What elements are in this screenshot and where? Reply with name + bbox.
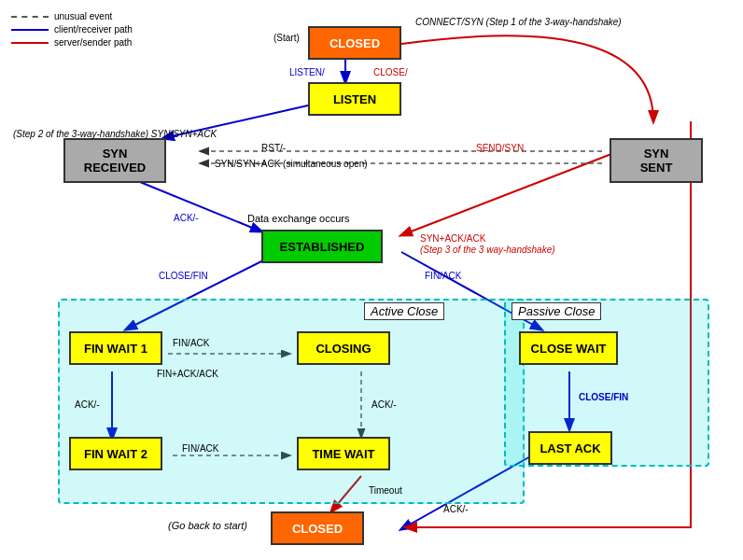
ack4-label: ACK/- [443, 504, 469, 514]
ack1-label: ACK/- [174, 213, 199, 223]
step3-label: (Step 3 of the 3 way-handshake) [420, 245, 555, 255]
legend-server: server/sender path [54, 37, 132, 48]
legend-client: client/receiver path [54, 24, 133, 35]
active-close-region [58, 299, 525, 504]
listen-state: LISTEN [308, 82, 401, 116]
syn-sent-state: SYN SENT [610, 138, 703, 183]
established-state: ESTABLISHED [261, 230, 383, 263]
send-syn-label: SEND/SYN [476, 143, 524, 153]
legend-unusual: unusual event [54, 11, 112, 21]
syn-received-state: SYN RECEIVED [63, 138, 166, 183]
fin-wait-1-state: FIN WAIT 1 [69, 331, 162, 365]
last-ack-state: LAST ACK [528, 431, 612, 465]
fin-ack3-label: FIN/ACK [182, 443, 218, 454]
close-a-label: CLOSE/ [373, 67, 408, 77]
svg-line-2 [140, 182, 261, 231]
fin-ack-ack-label: FIN+ACK/ACK [157, 369, 218, 379]
step2-label: (Step 2 of the 3-way-handshake) SYN/SYN+… [13, 129, 217, 139]
svg-line-3 [401, 154, 611, 235]
ack2-label: ACK/- [372, 399, 397, 410]
tcp-state-diagram: unusual event client/receiver path serve… [0, 0, 743, 560]
close-fin1-label: CLOSE/FIN [159, 271, 208, 281]
fin-ack1-label: FIN/ACK [425, 271, 461, 281]
start-label: (Start) [273, 33, 300, 43]
closed-bottom-state: CLOSED [271, 511, 364, 545]
fin-wait-2-state: FIN WAIT 2 [69, 437, 162, 470]
rst-label: RST/- [261, 143, 286, 153]
go-back-label: (Go back to start) [168, 520, 247, 531]
closing-state: CLOSING [297, 331, 390, 365]
step1-label: CONNECT/SYN (Step 1 of the 3-way-handsha… [415, 17, 622, 27]
fin-ack2-label: FIN/ACK [173, 338, 209, 348]
listen-a-label: LISTEN/ [289, 67, 325, 77]
closed-top-state: CLOSED [308, 26, 401, 60]
legend: unusual event client/receiver path serve… [11, 11, 133, 50]
syn-ack-ack-label: SYN+ACK/ACK [420, 233, 485, 244]
timeout-label: Timeout [369, 485, 402, 496]
close-fin2-label: CLOSE/FIN [579, 392, 628, 402]
time-wait-state: TIME WAIT [297, 437, 390, 470]
active-close-label: Active Close [364, 302, 444, 320]
data-exchange-label: Data exchange occurs [247, 213, 349, 224]
close-wait-state: CLOSE WAIT [519, 331, 618, 365]
ack3-label: ACK/- [75, 399, 100, 410]
syn-syn-ack-label: SYN/SYN+ACK (simultaneous open) [215, 159, 368, 169]
passive-close-label: Passive Close [512, 302, 601, 320]
